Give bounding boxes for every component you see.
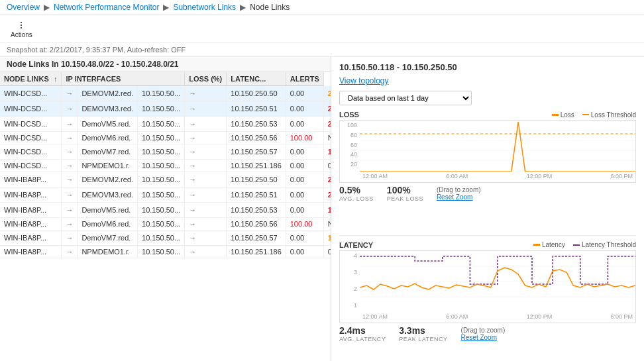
latency-value: 2.45 [328, 176, 331, 183]
cell-dst-addr: 10.150.251.186 [227, 159, 286, 172]
cell-node: WIN-DCSD... [0, 116, 62, 131]
cell-arrow2: → [185, 116, 227, 131]
node-links-table[interactable]: NODE LINKS ↑ IP INTERFACES LOSS (%) LATE… [0, 72, 331, 361]
cell-latency: 0.96 [323, 245, 331, 258]
cell-src-addr: 10.150.50... [138, 172, 185, 187]
cell-latency: NA [323, 217, 331, 230]
cell-node: WIN-DCSD... [0, 86, 62, 101]
cell-arrow: → [62, 86, 78, 101]
cell-dst-addr: 10.150.250.57 [227, 230, 286, 245]
breadcrumb-overview[interactable]: Overview [7, 3, 40, 12]
cell-src-ip: DemoVM6.red. [78, 131, 138, 144]
breadcrumb: Overview ▶ Network Performance Monitor ▶… [0, 0, 644, 15]
cell-src-addr: 10.150.50... [138, 101, 185, 116]
cell-arrow2: → [185, 202, 227, 217]
actions-button[interactable]: ⫶ Actions [7, 18, 36, 40]
cell-latency: 1.08⬤ [323, 144, 331, 159]
cell-node: WIN-IBA8P... [0, 187, 62, 202]
latency-chart-area[interactable]: 4321 12:00 AM6:00 AM12:00 PM6:00 PM [339, 250, 636, 323]
view-topology-link[interactable]: View topology [339, 76, 636, 85]
col-alerts[interactable]: ALERTS [286, 72, 323, 86]
peak-loss-stat: 100% PEAK LOSS [387, 185, 423, 202]
latency-threshold-indicator [573, 244, 580, 246]
latency-legend: Latency Latency Threshold [533, 241, 636, 248]
left-panel: Node Links In 10.150.48.0/22 - 10.150.24… [0, 57, 331, 361]
col-node-links[interactable]: NODE LINKS ↑ [0, 72, 62, 86]
breadcrumb-npm[interactable]: Network Performance Monitor [54, 3, 159, 12]
table-row[interactable]: WIN-IBA8P... → DemoVM5.red. 10.150.50...… [0, 202, 331, 217]
latency-value: 0.92 [328, 162, 331, 170]
table-row[interactable]: WIN-IBA8P... → DEMOVM2.red. 10.150.50...… [0, 172, 331, 187]
table-row[interactable]: WIN-DCSD... → DemoVM5.red. 10.150.50... … [0, 116, 331, 131]
cell-arrow: → [62, 245, 78, 258]
time-selector: Data based on last 1 day Data based on l… [339, 91, 636, 105]
table-row[interactable]: WIN-DCSD... → DEMOVM3.red. 10.150.50... … [0, 101, 331, 116]
cell-node: WIN-IBA8P... [0, 230, 62, 245]
cell-node: WIN-DCSD... [0, 101, 62, 116]
cell-src-ip: DemoVM5.red. [78, 116, 138, 131]
cell-arrow2: → [185, 217, 227, 230]
cell-src-addr: 10.150.50... [138, 187, 185, 202]
reset-zoom-loss[interactable]: Reset Zoom [437, 193, 481, 201]
latency-value: 2.76 [328, 105, 331, 113]
cell-arrow: → [62, 116, 78, 131]
cell-arrow: → [62, 202, 78, 217]
table-row[interactable]: WIN-DCSD... → DEMOVM2.red. 10.150.50... … [0, 86, 331, 101]
col-latency[interactable]: LATENC... [227, 72, 286, 86]
cell-loss: 0.00 [286, 245, 323, 258]
cell-arrow2: → [185, 159, 227, 172]
table-row[interactable]: WIN-DCSD... → DemoVM6.red. 10.150.50... … [0, 131, 331, 144]
cell-node: WIN-IBA8P... [0, 217, 62, 230]
latency-chart-section: LATENCY Latency Latency Threshold 4321 [339, 241, 636, 360]
cell-arrow: → [62, 187, 78, 202]
cell-dst-addr: 10.150.250.51 [227, 187, 286, 202]
latency-value: 2.66 [328, 191, 331, 199]
cell-src-ip: DEMOVM3.red. [78, 187, 138, 202]
col-loss[interactable]: LOSS (%) [185, 72, 227, 86]
cell-dst-addr: 10.150.250.56 [227, 131, 286, 144]
drag-zoom-loss: (Drag to zoom) [437, 186, 481, 193]
cell-loss: 0.00 [286, 172, 323, 187]
loss-threshold-indicator [582, 114, 589, 115]
chart-divider [339, 235, 636, 236]
table-row[interactable]: WIN-DCSD... → NPMDEMO1.r. 10.150.50... →… [0, 159, 331, 172]
table-row[interactable]: WIN-DCSD... → DemoVM7.red. 10.150.50... … [0, 144, 331, 159]
latency-na: NA [328, 220, 331, 228]
cell-dst-addr: 10.150.250.51 [227, 101, 286, 116]
cell-arrow: → [62, 144, 78, 159]
cell-latency: 2.76⬤ [323, 101, 331, 116]
cell-dst-addr: 10.150.250.50 [227, 172, 286, 187]
table-row[interactable]: WIN-IBA8P... → DemoVM7.red. 10.150.50...… [0, 230, 331, 245]
cell-arrow2: → [185, 144, 227, 159]
cell-dst-addr: 10.150.250.53 [227, 202, 286, 217]
latency-zoom-controls: (Drag to zoom) Reset Zoom [461, 327, 506, 341]
cell-dst-addr: 10.150.250.56 [227, 217, 286, 230]
avg-loss-stat: 0.5% AVG. LOSS [339, 185, 374, 202]
cell-src-ip: DEMOVM2.red. [78, 86, 138, 101]
cell-loss: 100.00 [286, 217, 323, 230]
peak-latency-value: 3.3ms [399, 325, 447, 336]
breadcrumb-node-links: Node Links [250, 3, 290, 12]
cell-latency: 1.88⬤ [323, 202, 331, 217]
time-select-dropdown[interactable]: Data based on last 1 day Data based on l… [339, 91, 472, 105]
latency-color-indicator [533, 244, 540, 246]
cell-latency: 2.00⬤ [323, 116, 331, 131]
cell-arrow2: → [185, 86, 227, 101]
reset-zoom-latency[interactable]: Reset Zoom [461, 334, 506, 341]
avg-latency-value: 2.4ms [339, 325, 386, 336]
latency-x-labels: 12:00 AM6:00 AM12:00 PM6:00 PM [360, 311, 635, 323]
table-row[interactable]: WIN-IBA8P... → DEMOVM3.red. 10.150.50...… [0, 187, 331, 202]
cell-dst-addr: 10.150.250.53 [227, 116, 286, 131]
loss-chart-area[interactable]: 10080604020 12:00 AM6:00 AM12:00 PM6: [339, 120, 636, 183]
cell-src-addr: 10.150.50... [138, 159, 185, 172]
table-row[interactable]: WIN-IBA8P... → DemoVM6.red. 10.150.50...… [0, 217, 331, 230]
table-row[interactable]: WIN-IBA8P... → NPMDEMO1.r. 10.150.50... … [0, 245, 331, 258]
main-layout: Node Links In 10.150.48.0/22 - 10.150.24… [0, 57, 644, 361]
loss-stats: 0.5% AVG. LOSS 100% PEAK LOSS (Drag to z… [339, 183, 636, 204]
latency-value: 1.13 [328, 234, 331, 242]
breadcrumb-subnetwork[interactable]: Subnetwork Links [173, 3, 236, 12]
col-ip-interfaces[interactable]: IP INTERFACES [62, 72, 185, 86]
avg-loss-value: 0.5% [339, 185, 374, 195]
peak-loss-value: 100% [387, 185, 423, 195]
cell-loss: 0.00 [286, 202, 323, 217]
